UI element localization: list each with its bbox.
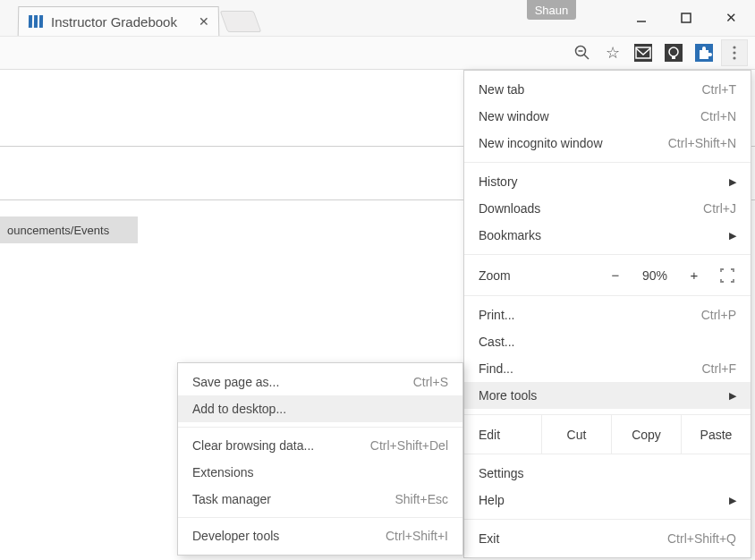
- submenu-item-label: Save page as...: [192, 375, 279, 389]
- menu-item-shortcut: Ctrl+J: [703, 201, 736, 216]
- zoom-indicator-icon[interactable]: [569, 39, 596, 66]
- window-minimize-icon[interactable]: [628, 7, 655, 29]
- menu-cast[interactable]: Cast...: [464, 328, 751, 355]
- menu-new-window[interactable]: New window Ctrl+N: [464, 103, 751, 130]
- menu-new-tab[interactable]: New tab Ctrl+T: [464, 76, 751, 103]
- window-chrome: Instructor Gradebook ✕ Shaun ✕: [0, 0, 755, 36]
- edit-cut-button[interactable]: Cut: [541, 415, 611, 454]
- chrome-menu-icon[interactable]: [721, 39, 748, 66]
- zoom-label: Zoom: [479, 268, 598, 283]
- svg-rect-1: [34, 15, 38, 28]
- profile-badge[interactable]: Shaun: [527, 0, 576, 20]
- fullscreen-icon[interactable]: [711, 268, 743, 283]
- svg-rect-0: [29, 15, 32, 28]
- menu-item-shortcut: Ctrl+P: [701, 308, 736, 322]
- menu-find[interactable]: Find... Ctrl+F: [464, 355, 751, 382]
- menu-item-label: Exit: [479, 531, 499, 546]
- submenu-item-label: Developer tools: [192, 529, 279, 543]
- menu-item-label: Find...: [479, 361, 513, 376]
- window-close-icon[interactable]: ✕: [717, 7, 744, 29]
- submenu-clear-browsing-data[interactable]: Clear browsing data... Ctrl+Shift+Del: [178, 432, 462, 459]
- menu-item-shortcut: Ctrl+N: [700, 109, 736, 123]
- svg-rect-2: [39, 15, 43, 28]
- svg-rect-8: [634, 44, 652, 62]
- menu-bookmarks[interactable]: Bookmarks ▶: [464, 222, 751, 249]
- menu-exit[interactable]: Exit Ctrl+Shift+Q: [464, 525, 751, 552]
- submenu-item-shortcut: Shift+Esc: [394, 492, 448, 506]
- menu-item-label: History: [479, 174, 518, 189]
- menu-item-label: Help: [479, 493, 505, 507]
- submenu-item-label: Clear browsing data...: [192, 438, 314, 453]
- submenu-separator: [178, 517, 462, 518]
- submenu-save-page-as[interactable]: Save page as... Ctrl+S: [178, 369, 462, 395]
- svg-point-16: [733, 56, 735, 59]
- menu-more-tools[interactable]: More tools ▶: [464, 382, 751, 409]
- submenu-add-to-desktop[interactable]: Add to desktop...: [178, 395, 462, 422]
- menu-item-shortcut: Ctrl+Shift+Q: [667, 531, 736, 546]
- submenu-item-label: Task manager: [192, 492, 271, 506]
- puzzle-extension-icon[interactable]: [691, 39, 717, 66]
- menu-edit-row: Edit Cut Copy Paste: [464, 414, 751, 454]
- menu-item-shortcut: Ctrl+F: [702, 361, 737, 376]
- edit-copy-button[interactable]: Copy: [611, 415, 681, 454]
- menu-item-label: Print...: [479, 308, 514, 322]
- bulb-extension-icon[interactable]: [660, 39, 687, 66]
- menu-item-label: Settings: [479, 466, 524, 480]
- chevron-right-icon: ▶: [729, 390, 736, 402]
- browser-toolbar: ☆: [0, 36, 755, 70]
- menu-history[interactable]: History ▶: [464, 168, 751, 195]
- menu-item-label: New window: [479, 109, 549, 123]
- edit-paste-button[interactable]: Paste: [681, 415, 751, 454]
- edit-label: Edit: [464, 415, 541, 454]
- submenu-item-label: Extensions: [192, 465, 253, 479]
- mail-extension-icon[interactable]: [630, 39, 657, 66]
- menu-print[interactable]: Print... Ctrl+P: [464, 301, 751, 328]
- close-tab-icon[interactable]: ✕: [199, 14, 209, 29]
- submenu-item-shortcut: Ctrl+S: [413, 375, 448, 389]
- menu-item-label: New incognito window: [479, 136, 603, 150]
- svg-rect-4: [682, 13, 691, 22]
- zoom-out-button[interactable]: −: [598, 267, 632, 283]
- svg-rect-12: [672, 56, 675, 59]
- submenu-separator: [178, 427, 462, 428]
- menu-item-label: More tools: [479, 388, 537, 403]
- submenu-item-shortcut: Ctrl+Shift+I: [386, 529, 448, 543]
- menu-item-label: Cast...: [479, 335, 514, 349]
- bookmark-star-icon[interactable]: ☆: [599, 39, 626, 66]
- chrome-main-menu: New tab Ctrl+T New window Ctrl+N New inc…: [463, 70, 751, 558]
- window-maximize-icon[interactable]: [673, 7, 700, 29]
- tab-favicon: [28, 13, 44, 30]
- svg-line-6: [584, 55, 589, 59]
- zoom-value: 90%: [632, 268, 677, 283]
- chevron-right-icon: ▶: [729, 495, 736, 506]
- svg-point-14: [733, 46, 735, 48]
- submenu-task-manager[interactable]: Task manager Shift+Esc: [178, 486, 462, 513]
- tab-title: Instructor Gradebook: [51, 14, 177, 30]
- new-tab-button[interactable]: [220, 11, 262, 32]
- chevron-right-icon: ▶: [729, 230, 736, 242]
- chevron-right-icon: ▶: [729, 176, 736, 188]
- browser-tab[interactable]: Instructor Gradebook ✕: [18, 6, 220, 36]
- announcements-events-button[interactable]: ouncements/Events: [0, 216, 138, 243]
- menu-item-shortcut: Ctrl+Shift+N: [668, 136, 736, 150]
- menu-settings[interactable]: Settings: [464, 460, 751, 487]
- more-tools-submenu: Save page as... Ctrl+S Add to desktop...…: [177, 362, 463, 556]
- svg-point-15: [733, 51, 735, 54]
- zoom-in-button[interactable]: +: [677, 267, 711, 283]
- submenu-extensions[interactable]: Extensions: [178, 459, 462, 486]
- menu-item-label: Downloads: [479, 201, 540, 216]
- menu-item-label: Bookmarks: [479, 228, 541, 242]
- submenu-item-shortcut: Ctrl+Shift+Del: [370, 438, 448, 453]
- menu-new-incognito[interactable]: New incognito window Ctrl+Shift+N: [464, 130, 751, 157]
- menu-downloads[interactable]: Downloads Ctrl+J: [464, 195, 751, 222]
- menu-help[interactable]: Help ▶: [464, 487, 751, 513]
- submenu-developer-tools[interactable]: Developer tools Ctrl+Shift+I: [178, 522, 462, 549]
- menu-zoom-row: Zoom − 90% +: [464, 254, 751, 295]
- menu-item-shortcut: Ctrl+T: [702, 82, 737, 97]
- toolbar-icons: ☆: [567, 37, 750, 69]
- menu-item-label: New tab: [479, 82, 524, 97]
- submenu-item-label: Add to desktop...: [192, 402, 286, 416]
